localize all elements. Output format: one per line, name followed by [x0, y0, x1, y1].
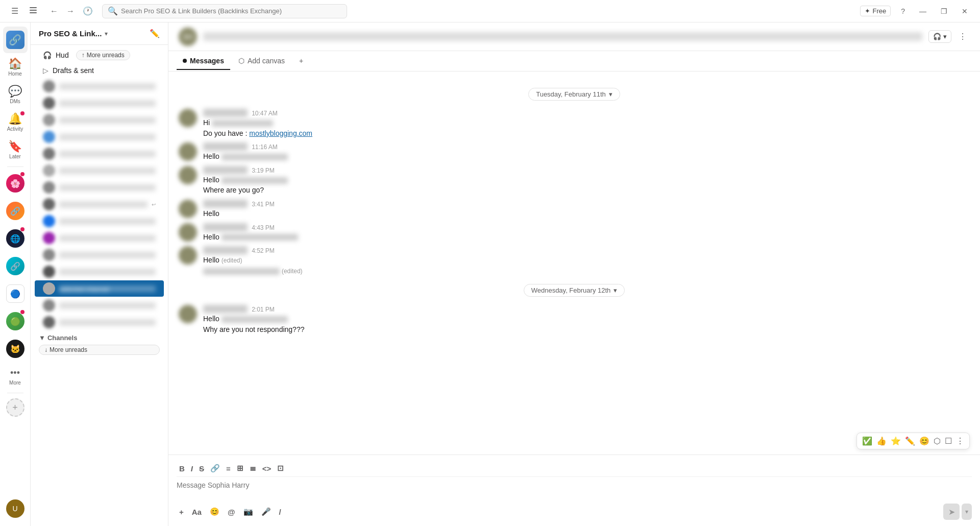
close-button[interactable]: ✕	[958, 6, 972, 16]
list-item-selected[interactable]: selected channel	[35, 280, 164, 297]
list-item[interactable]: blurred name	[35, 230, 164, 246]
tab-messages[interactable]: Messages	[177, 53, 230, 70]
message-input[interactable]	[177, 479, 972, 499]
minimize-button[interactable]: —	[915, 6, 930, 16]
link-button[interactable]: 🔗	[208, 462, 223, 474]
add-button[interactable]: +	[177, 506, 186, 518]
camera-button[interactable]: 📷	[241, 506, 256, 518]
list-item[interactable]: blurred channel name	[35, 78, 164, 94]
svg-rect-2	[30, 12, 37, 13]
star-reaction[interactable]: ⭐	[890, 435, 902, 447]
workspace-app-3[interactable]: 🌐	[3, 225, 28, 252]
unordered-list-button[interactable]: ⊞	[234, 462, 246, 474]
sidebar-more[interactable]: ••• More	[3, 363, 28, 390]
microphone-button[interactable]: 🎤	[259, 506, 274, 518]
activity-icon: 🔔	[8, 113, 22, 125]
list-item[interactable]: blurred channel name long	[35, 95, 164, 111]
list-item[interactable]: blurred ch long name	[35, 247, 164, 263]
message-body: Hello xxxxxxxxxx Where are you go?	[203, 175, 970, 196]
more-unreads-bottom-container: ↓ More unreads	[31, 343, 168, 357]
list-item[interactable]: blurred channel nm	[35, 146, 164, 162]
list-item[interactable]: blurred	[35, 162, 164, 179]
history-button[interactable]: 🕐	[80, 4, 96, 18]
sidebar-item-activity[interactable]: 🔔 Activity	[3, 109, 28, 136]
italic-button[interactable]: I	[188, 463, 195, 474]
date-pill[interactable]: Tuesday, February 11th ▾	[528, 88, 620, 101]
sidebar-item-later[interactable]: 🔖 Later	[3, 137, 28, 163]
emoji-reaction[interactable]: 😊	[918, 435, 930, 447]
list-item[interactable]: blurred item 14	[35, 297, 164, 314]
sender-name: Sophia Harry	[203, 109, 248, 117]
block-button[interactable]: ⊡	[275, 462, 286, 474]
workspace-app-4[interactable]: 🔗	[3, 253, 28, 279]
edit-reaction[interactable]: ✏️	[904, 435, 916, 447]
menu-button[interactable]: ☰	[8, 4, 21, 18]
list-item[interactable]: blurred	[35, 264, 164, 280]
message-header: Sophia Harry 11:16 AM	[203, 142, 970, 151]
drafts-sent-item[interactable]: ▷ Drafts & sent	[35, 64, 164, 77]
shape-reaction[interactable]: ⬡	[933, 435, 942, 447]
more-unreads-bottom[interactable]: ↓ More unreads	[39, 345, 160, 355]
text-format-button[interactable]: Aa	[189, 506, 204, 518]
workspace-header[interactable]: Pro SEO & Link... ▾ ✏️	[31, 22, 168, 45]
thumbs-reaction[interactable]: 👍	[875, 435, 888, 447]
back-button[interactable]: ←	[47, 4, 61, 18]
titlebar: ☰ ← → 🕐 🔍 ✦ Free ? — ❐ ✕	[0, 0, 980, 22]
blurred-content: xxxxxxxxxx	[222, 154, 288, 160]
composer-footer: + Aa 😊 @ 📷 🎤 / ➤ ▾	[177, 501, 972, 520]
list-item[interactable]: blurred channel name x	[35, 129, 164, 145]
bold-button[interactable]: B	[177, 463, 187, 474]
sidebar-item-home[interactable]: 🏠 Home	[3, 54, 28, 81]
tab-add-canvas[interactable]: ⬡ Add canvas	[232, 53, 291, 70]
nav-buttons: ← → 🕐	[47, 4, 96, 18]
list-item[interactable]: blurred item 15	[35, 314, 164, 330]
checklist-button[interactable]: ≣	[247, 462, 259, 474]
sidebar-app-1[interactable]: 🔗	[3, 27, 28, 53]
help-button[interactable]: ?	[897, 6, 909, 16]
sidebar-item-dms[interactable]: 💬 DMs	[3, 82, 28, 108]
workspace-app-1[interactable]: 🌸	[3, 170, 28, 197]
checkbox-reaction[interactable]: ☐	[944, 435, 953, 447]
more-unreads-top[interactable]: ↑ ↑ More unreads More unreads	[76, 50, 130, 60]
hud-item[interactable]: 🎧 Hud	[39, 49, 73, 61]
list-item[interactable]: blurred channel name	[35, 179, 164, 196]
date-divider-tuesday: Tuesday, February 11th ▾	[179, 88, 970, 101]
more-reaction[interactable]: ⋮	[955, 435, 965, 447]
slash-button[interactable]: /	[277, 506, 284, 518]
list-item[interactable]: blurred channel	[35, 112, 164, 128]
code-button[interactable]: <>	[260, 463, 274, 474]
workspace-app-5[interactable]: 🔵	[3, 280, 28, 307]
mention-button[interactable]: @	[225, 506, 238, 518]
emoji-button[interactable]: 😊	[207, 506, 222, 518]
audio-button[interactable]: 🎧 ▾	[928, 30, 951, 43]
search-input[interactable]	[121, 7, 341, 15]
add-workspace-button[interactable]: +	[6, 398, 24, 417]
message-avatar	[179, 305, 197, 323]
workspace-app-2[interactable]: 🔗	[3, 198, 28, 224]
send-button[interactable]: ➤	[943, 504, 960, 520]
forward-button[interactable]: →	[63, 4, 78, 18]
strikethrough-button[interactable]: S	[197, 463, 207, 474]
message-link[interactable]: mostlyblogging.com	[249, 129, 312, 137]
send-options-button[interactable]: ▾	[962, 504, 972, 520]
workspace-app-7[interactable]: 🐱	[3, 336, 28, 362]
list-item[interactable]: blurred ch ↩	[35, 196, 164, 212]
ordered-list-button[interactable]: ≡	[224, 463, 233, 474]
user-avatar-bottom[interactable]: U	[6, 499, 24, 518]
checkmark-reaction[interactable]: ✅	[861, 435, 873, 447]
message-group: Sophia Harry 3:41 PM Hello	[179, 200, 970, 219]
sidebar-toggle[interactable]	[26, 4, 41, 19]
search-bar[interactable]: 🔍	[102, 4, 347, 18]
workspace-app-6[interactable]: 🟢	[3, 308, 28, 334]
tab-add[interactable]: +	[293, 53, 309, 70]
edit-button[interactable]: ✏️	[150, 29, 160, 38]
channels-section-header[interactable]: ▼ Channels	[31, 331, 168, 343]
svg-rect-0	[30, 7, 37, 8]
titlebar-left: ☰	[8, 4, 41, 19]
chevron-down-icon: ▾	[609, 90, 612, 98]
more-options-button[interactable]: ⋮	[955, 30, 970, 43]
maximize-button[interactable]: ❐	[937, 6, 951, 16]
list-item[interactable]: blurred item	[35, 213, 164, 229]
search-icon: 🔍	[108, 6, 118, 16]
date-pill-2[interactable]: Wednesday, February 12th ▾	[524, 284, 625, 297]
